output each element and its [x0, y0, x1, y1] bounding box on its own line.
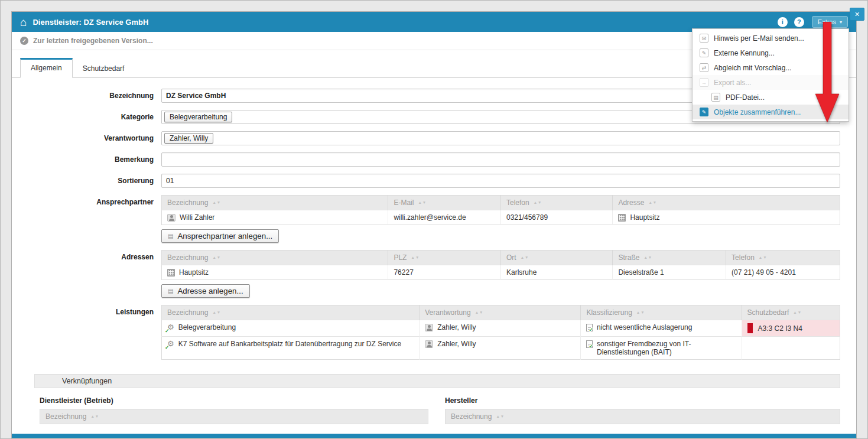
bezeichnung-label: Bezeichnung: [20, 89, 161, 103]
menu-item-send-email-hint[interactable]: ✉ Hinweis per E-Mail senden...: [693, 31, 849, 45]
menu-item-compare-suggestion[interactable]: ⇄ Abgleich mit Vorschlag...: [693, 60, 849, 75]
severity-block-icon: [747, 323, 753, 333]
column-header: E-Mail: [394, 199, 414, 207]
column-header: Adresse: [618, 199, 644, 207]
sort-icon[interactable]: ▲▼: [643, 255, 652, 259]
contact-address: Hauptsitz: [630, 213, 834, 222]
sort-icon[interactable]: ▲▼: [212, 310, 221, 314]
service-responsible: Zahler, Willy: [437, 340, 575, 348]
column-header: Straße: [618, 253, 639, 262]
column-header: Bezeichnung: [167, 199, 208, 207]
sort-icon[interactable]: ▲▼: [759, 255, 768, 259]
tab-allgemein[interactable]: Allgemein: [20, 58, 73, 78]
check-badge-icon: ✓: [165, 344, 170, 350]
compare-icon: ⇄: [700, 63, 708, 72]
column-header: Klassifizierung: [586, 308, 632, 317]
kategorie-chip[interactable]: Belegverarbeitung: [164, 112, 232, 122]
address-city: Karlsruhe: [506, 268, 537, 277]
links-title: Verknüpfungen: [62, 377, 112, 385]
address-plz: 76227: [394, 268, 413, 277]
sort-icon[interactable]: ▲▼: [648, 200, 657, 204]
email-icon: ✉: [700, 34, 708, 43]
column-header: Ort: [506, 253, 516, 262]
sort-icon[interactable]: ▲▼: [411, 255, 420, 259]
contact-name: Willi Zahler: [180, 213, 382, 222]
pencil-icon: ✎: [700, 48, 708, 57]
add-contact-button[interactable]: ▤ Ansprechpartner anlegen...: [161, 229, 279, 243]
check-badge-icon: ✓: [165, 328, 170, 334]
tab-schutzbedarf[interactable]: Schutzbedarf: [73, 59, 135, 78]
checkmark-circle-icon: ✓: [20, 37, 28, 45]
service-gear-icon: ⚙✓: [167, 340, 174, 348]
check-badge-icon: ✓: [589, 327, 593, 333]
sort-icon[interactable]: ▲▼: [212, 200, 221, 204]
table-header-row: Bezeichnung▲▼ Verantwortung▲▼ Klassifizi…: [162, 305, 840, 320]
sort-icon[interactable]: ▲▼: [212, 255, 221, 259]
service-classification: sonstiger Fremdbezug von IT-Dienstleistu…: [597, 340, 736, 356]
table-row[interactable]: Willi Zahler willi.zahler@service.de 032…: [162, 210, 840, 225]
contact-email: willi.zahler@service.de: [394, 213, 466, 222]
export-icon: →: [700, 78, 708, 87]
address-name: Hauptsitz: [179, 268, 382, 277]
person-icon: [167, 214, 175, 222]
column-header: Bezeichnung: [451, 412, 492, 421]
service-gear-icon: ⚙✓: [167, 323, 174, 331]
sort-icon[interactable]: ▲▼: [521, 255, 529, 259]
sort-icon[interactable]: ▲▼: [90, 414, 99, 418]
column-header: Telefon: [506, 199, 529, 207]
merge-icon: ✎: [700, 108, 708, 116]
table-row[interactable]: Hauptsitz 76227 Karlsruhe Dieselstraße 1…: [162, 265, 840, 280]
service-responsible: Zahler, Willy: [437, 323, 575, 331]
menu-item-export-as: → Export als...: [693, 75, 849, 90]
close-icon[interactable]: ✕: [850, 8, 864, 21]
sort-icon[interactable]: ▲▼: [475, 310, 484, 314]
column-header: PLZ: [394, 253, 407, 262]
column-header: Bezeichnung: [167, 308, 208, 317]
menu-item-pdf-file[interactable]: ▤ PDF-Datei...: [693, 90, 849, 105]
ansprechpartner-label: Ansprechpartner: [20, 195, 161, 243]
window-footer-bar: [12, 434, 856, 438]
service-name: K7 Software auf Bankarbeitsplatz für Dat…: [178, 340, 414, 348]
address-phone: (07 21) 49 05 - 4201: [732, 268, 796, 277]
add-address-label: Adresse anlegen...: [177, 287, 243, 295]
building-icon: [618, 214, 626, 222]
verantwortung-chip[interactable]: Zahler, Willy: [164, 133, 213, 144]
info-icon[interactable]: i: [778, 17, 788, 27]
person-icon: [425, 324, 433, 331]
links-right-table-header: Bezeichnung▲▼: [445, 409, 840, 424]
menu-item-merge-objects[interactable]: ✎ Objekte zusammenführen...: [693, 105, 849, 119]
document-icon: ▤: [168, 233, 173, 239]
bemerkung-input[interactable]: [161, 152, 840, 167]
last-released-version-link[interactable]: ✓ Zur letzten freigegebenen Version...: [20, 37, 153, 45]
links-left-title: Dienstleister (Betrieb): [40, 396, 428, 405]
verantwortung-label: Verantwortung: [20, 131, 161, 145]
sort-icon[interactable]: ▲▼: [636, 310, 645, 314]
menu-item-external-id[interactable]: ✎ Externe Kennung...: [693, 45, 849, 60]
add-contact-label: Ansprechpartner anlegen...: [177, 232, 272, 240]
links-left-table-header: Bezeichnung▲▼: [40, 409, 428, 424]
table-header-row: Bezeichnung▲▼ E-Mail▲▼ Telefon▲▼ Adresse…: [162, 196, 840, 210]
sort-icon[interactable]: ▲▼: [534, 200, 542, 204]
sortierung-label: Sortierung: [20, 174, 161, 188]
column-header: Bezeichnung: [167, 253, 208, 262]
bemerkung-label: Bemerkung: [20, 152, 161, 167]
extras-button[interactable]: Extras ▾: [812, 16, 848, 28]
sort-icon[interactable]: ▲▼: [496, 414, 505, 418]
table-row[interactable]: ⚙✓ K7 Software auf Bankarbeitsplatz für …: [162, 337, 840, 360]
sortierung-input[interactable]: [161, 174, 840, 188]
help-icon[interactable]: ?: [794, 17, 804, 27]
sort-icon[interactable]: ▲▼: [793, 310, 802, 314]
add-address-button[interactable]: ▤ Adresse anlegen...: [161, 284, 250, 298]
table-row[interactable]: ⚙✓ Belegverarbeitung Zahler, Willy ✓ nic…: [162, 320, 840, 337]
extras-label: Extras: [818, 18, 836, 25]
verantwortung-field[interactable]: Zahler, Willy: [161, 131, 840, 145]
service-classification: nicht wesentliche Auslagerung: [597, 323, 736, 331]
column-header: Verantwortung: [425, 308, 470, 317]
table-header-row: Bezeichnung▲▼ PLZ▲▼ Ort▲▼ Straße▲▼ Telef…: [162, 251, 840, 265]
sort-icon[interactable]: ▲▼: [418, 200, 427, 204]
address-street: Dieselstraße 1: [618, 268, 664, 277]
service-name: Belegverarbeitung: [178, 323, 414, 331]
kategorie-label: Kategorie: [20, 110, 161, 124]
service-provider-icon: ⌂: [20, 17, 27, 28]
leistungen-label: Leistungen: [20, 305, 161, 360]
